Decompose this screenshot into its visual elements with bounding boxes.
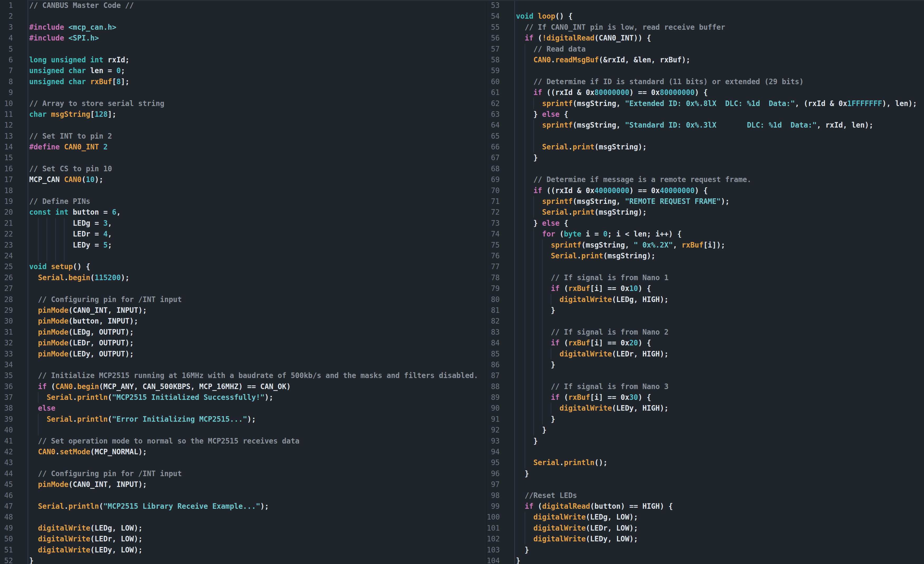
- code-line: 10// Array to store serial string: [0, 98, 486, 109]
- code-text: void setup() {: [28, 261, 486, 272]
- line-number: 47: [0, 501, 28, 512]
- code-text: if (rxBuf[i] == 0x10) {: [515, 283, 924, 294]
- code-line: 47 Serial.println("MCP2515 Library Recei…: [0, 501, 486, 512]
- line-number: 66: [487, 142, 515, 152]
- code-text: pinMode(CAN0_INT, INPUT);: [28, 479, 486, 490]
- line-number: 80: [487, 294, 515, 305]
- line-number: 82: [487, 316, 515, 326]
- line-number: 58: [487, 54, 515, 65]
- code-text: }: [28, 555, 486, 564]
- code-line: 54void loop() {: [487, 11, 924, 22]
- line-number: 71: [487, 196, 515, 207]
- code-line: 44 // Configuring pin for /INT input: [0, 468, 486, 479]
- code-tokens: Serial.println("Error Initializing MCP25…: [29, 415, 256, 423]
- code-tokens: CAN0.setMode(MCP_NORMAL);: [29, 447, 147, 456]
- line-number: 4: [0, 33, 28, 43]
- code-tokens: digitalWrite(LEDy, HIGH);: [516, 404, 669, 412]
- code-tokens: // Read data: [516, 45, 586, 53]
- code-pane-right[interactable]: 5354void loop() {55 // If CAN0_INT pin i…: [486, 0, 924, 564]
- code-line: 33 pinMode(LEDy, OUTPUT);: [0, 349, 486, 359]
- code-text: [515, 479, 924, 490]
- code-text: digitalWrite(LEDg, HIGH);: [515, 294, 924, 305]
- code-tokens: #include <SPI.h>: [29, 34, 99, 42]
- code-text: digitalWrite(LEDg, LOW);: [515, 512, 924, 522]
- code-text: } else {: [515, 109, 924, 120]
- line-number: 52: [0, 555, 28, 564]
- code-tokens: }: [516, 469, 529, 478]
- line-number: 88: [487, 381, 515, 392]
- code-line: 3#include <mcp_can.h>: [0, 22, 486, 33]
- indent-guide: [542, 370, 543, 381]
- line-number: 98: [487, 490, 515, 501]
- code-text: // Determine if message is a remote requ…: [515, 174, 924, 185]
- line-number: 63: [487, 109, 515, 120]
- code-text: [28, 359, 486, 370]
- line-number: 77: [487, 261, 515, 272]
- code-tokens: // Configuring pin for /INT input: [29, 295, 182, 304]
- code-line: 30 pinMode(button, INPUT);: [0, 316, 486, 326]
- code-line: 19// Define PINs: [0, 196, 486, 207]
- line-number: 13: [0, 131, 28, 142]
- line-number: 85: [487, 349, 515, 359]
- line-number: 39: [0, 414, 28, 425]
- code-text: Serial.print(msgString);: [515, 207, 924, 218]
- code-text: [28, 185, 486, 196]
- code-text: digitalWrite(LEDy, LOW);: [28, 545, 486, 555]
- code-tokens: if (CAN0.begin(MCP_ANY, CAN_500KBPS, MCP…: [29, 382, 291, 390]
- line-number: 84: [487, 338, 515, 348]
- code-text: [28, 87, 486, 98]
- line-number: 30: [0, 316, 28, 326]
- indent-guide: [525, 316, 525, 326]
- code-text: sprintf(msgString, " 0x%.2X", rxBuf[i]);: [515, 239, 924, 250]
- code-line: 51 digitalWrite(LEDy, LOW);: [0, 545, 486, 555]
- code-line: 15: [0, 152, 486, 163]
- code-line: 92 }: [487, 425, 924, 435]
- code-text: digitalWrite(LEDg, LOW);: [28, 523, 486, 534]
- code-line: 4#include <SPI.h>: [0, 33, 486, 43]
- code-line: 48: [0, 512, 486, 522]
- code-text: // If signal is from Nano 2: [515, 327, 924, 338]
- code-line: 88 // If signal is from Nano 3: [487, 381, 924, 392]
- code-tokens: MCP_CAN CAN0(10);: [29, 175, 104, 184]
- code-line: 18: [0, 185, 486, 196]
- code-text: [28, 425, 486, 435]
- code-line: 17MCP_CAN CAN0(10);: [0, 174, 486, 185]
- code-tokens: digitalWrite(LEDg, LOW);: [29, 524, 142, 532]
- line-number: 28: [0, 294, 28, 305]
- code-pane-left[interactable]: 1// CANBUS Master Code //23#include <mcp…: [0, 0, 486, 564]
- code-line: 75 sprintf(msgString, " 0x%.2X", rxBuf[i…: [487, 239, 924, 250]
- line-number: 50: [0, 534, 28, 544]
- code-tokens: // Determine if ID is standard (11 bits)…: [516, 77, 804, 86]
- code-line: 5: [0, 44, 486, 54]
- code-text: Serial.println("MCP2515 Initialized Succ…: [28, 392, 486, 403]
- code-line: 95 Serial.println();: [487, 457, 924, 468]
- code-tokens: unsigned char rxBuf[8];: [29, 77, 129, 86]
- code-text: #define CAN0_INT 2: [28, 142, 486, 152]
- code-line: 7unsigned char len = 0;: [0, 65, 486, 76]
- code-text: char msgString[128];: [28, 109, 486, 120]
- code-text: if ((rxId & 0x80000000) == 0x80000000) {: [515, 87, 924, 98]
- code-text: unsigned char len = 0;: [28, 65, 486, 76]
- code-line: 25void setup() {: [0, 261, 486, 272]
- code-text: digitalWrite(LEDr, HIGH);: [515, 349, 924, 359]
- code-tokens: } else {: [516, 110, 568, 118]
- code-tokens: pinMode(LEDg, OUTPUT);: [29, 328, 134, 336]
- line-number: 79: [487, 283, 515, 294]
- code-tokens: digitalWrite(LEDg, LOW);: [516, 513, 638, 521]
- code-tokens: Serial.println("MCP2515 Initialized Succ…: [29, 393, 273, 401]
- indent-guide: [542, 261, 543, 272]
- code-line: 36 if (CAN0.begin(MCP_ANY, CAN_500KBPS, …: [0, 381, 486, 392]
- code-text: CAN0.readMsgBuf(&rxId, &len, rxBuf);: [515, 54, 924, 65]
- indent-guide: [64, 250, 64, 261]
- code-text: if (rxBuf[i] == 0x30) {: [515, 392, 924, 403]
- code-line: 91 }: [487, 414, 924, 425]
- line-number: 37: [0, 392, 28, 403]
- line-number: 101: [487, 523, 515, 534]
- code-tokens: CAN0.readMsgBuf(&rxId, &len, rxBuf);: [516, 55, 690, 64]
- code-tokens: Serial.println("MCP2515 Library Receive …: [29, 502, 269, 510]
- code-line: 76 Serial.print(msgString);: [487, 250, 924, 261]
- code-tokens: // Set operation mode to normal so the M…: [29, 437, 300, 445]
- code-text: [515, 163, 924, 174]
- code-line: 52}: [0, 555, 486, 564]
- code-line: 69 // Determine if message is a remote r…: [487, 174, 924, 185]
